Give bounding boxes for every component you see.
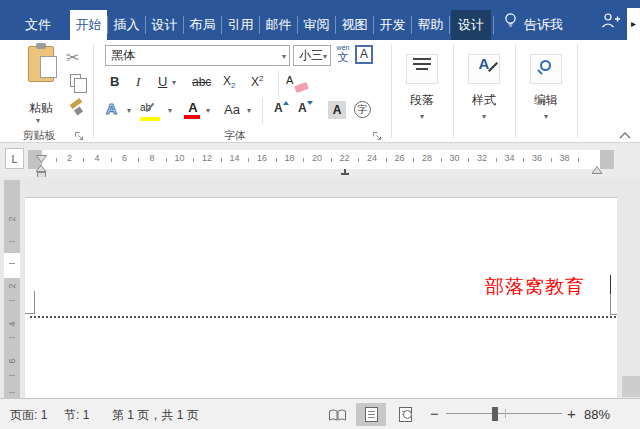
expand-arrow-button[interactable]: ▸ [627, 8, 640, 40]
font-name-combobox[interactable]: 黑体 ▾ [105, 45, 290, 66]
tab-separator [373, 16, 374, 34]
zoom-out-button[interactable]: − [430, 405, 439, 422]
collapse-ribbon-icon[interactable] [618, 126, 634, 140]
underline-button[interactable]: U [158, 74, 167, 89]
tab-file[interactable]: 文件 [10, 10, 66, 40]
ruler-number: 26 [392, 153, 408, 163]
ruler-number: 2 [7, 280, 17, 292]
status-section[interactable]: 节: 1 [64, 407, 89, 424]
horizontal-ruler[interactable]: 2468101214161820222426283032343638 [28, 150, 614, 169]
tab-help[interactable]: 帮助 [412, 10, 449, 40]
ruler-tick [358, 158, 359, 162]
ruler-tick [9, 300, 15, 301]
paragraph-dropdown[interactable]: ▾ [392, 112, 452, 121]
highlight-color-icon[interactable]: ab [140, 102, 164, 122]
copy-icon[interactable] [70, 74, 81, 87]
tab-review[interactable]: 审阅 [298, 10, 335, 40]
ruler-number: 4 [7, 318, 17, 330]
header-text[interactable]: 部落窝教育 [485, 274, 585, 300]
ruler-tick [248, 158, 249, 162]
zoom-slider-track[interactable] [446, 413, 562, 414]
status-page-of[interactable]: 第 1 页，共 1 页 [112, 407, 199, 424]
ruler-tick [468, 158, 469, 162]
tab-insert[interactable]: 插入 [108, 10, 145, 40]
ruler-tick [441, 158, 442, 162]
grow-font-button[interactable]: A [274, 101, 289, 115]
tab-view[interactable]: 视图 [336, 10, 373, 40]
change-case-dropdown[interactable]: ▾ [247, 106, 251, 115]
print-layout-button[interactable] [356, 403, 386, 426]
font-name-value: 黑体 [111, 48, 135, 62]
ruler-number: 22 [337, 153, 353, 163]
person-add-icon[interactable] [600, 12, 620, 33]
ruler-tick [9, 263, 15, 264]
ruler-number: 4 [89, 153, 105, 163]
change-case-button[interactable]: Aa [224, 102, 240, 117]
vertical-ruler[interactable]: 2246 [4, 180, 20, 398]
font-color-dropdown[interactable]: ▾ [206, 106, 210, 115]
shrink-font-button[interactable]: A [298, 101, 313, 115]
ruler-tick [523, 158, 524, 162]
zoom-in-button[interactable]: + [567, 405, 576, 422]
paragraph-group-button[interactable]: 段落 ▾ [392, 40, 452, 140]
clipboard-dialog-launcher[interactable] [74, 128, 86, 140]
chevron-down-icon[interactable]: ▾ [323, 47, 327, 66]
superscript-button[interactable]: X2 [251, 74, 263, 89]
tab-separator [335, 16, 336, 34]
scrollbar[interactable] [622, 376, 640, 397]
tell-me[interactable]: 告诉我 [524, 10, 563, 40]
web-layout-button[interactable] [390, 403, 420, 426]
zoom-percentage[interactable]: 88% [584, 407, 630, 422]
tab-separator [107, 16, 108, 34]
tab-developer[interactable]: 开发 [374, 10, 411, 40]
lightbulb-icon[interactable] [502, 12, 519, 33]
ruler-tick [9, 392, 15, 393]
styles-dropdown[interactable]: ▾ [454, 112, 514, 121]
phonetic-guide-icon[interactable]: wén 文 [334, 44, 352, 63]
clear-formatting-icon[interactable]: A [286, 74, 308, 92]
chevron-down-icon[interactable]: ▾ [282, 47, 286, 66]
ruler-tick [413, 158, 414, 162]
tab-separator [221, 16, 222, 34]
highlight-dropdown[interactable]: ▾ [168, 106, 172, 115]
format-painter-icon[interactable] [68, 100, 84, 116]
ruler-number: 12 [199, 153, 215, 163]
right-indent-marker[interactable] [592, 160, 603, 178]
paste-clipboard-icon-top [36, 43, 46, 49]
italic-button[interactable]: I [136, 74, 140, 90]
font-dialog-launcher[interactable] [372, 128, 384, 140]
tab-design[interactable]: 设计 [146, 10, 183, 40]
center-tab-stop-marker[interactable] [341, 169, 349, 175]
tab-layout[interactable]: 布局 [184, 10, 221, 40]
paste-dropdown[interactable]: ▾ [36, 116, 40, 125]
styles-group-button[interactable]: A 样式 ▾ [454, 40, 514, 140]
read-mode-button[interactable] [322, 403, 352, 426]
print-layout-icon [365, 407, 378, 422]
ruler-tick [111, 158, 112, 162]
tab-stop-selector[interactable]: L [5, 148, 24, 169]
editing-dropdown[interactable]: ▾ [516, 112, 576, 121]
zoom-slider-notch [505, 409, 506, 418]
bold-button[interactable]: B [110, 74, 119, 89]
font-color-icon[interactable]: A [184, 100, 202, 119]
status-page-number[interactable]: 页面: 1 [10, 407, 47, 424]
editing-group-button[interactable]: 编辑 ▾ [516, 40, 576, 140]
ruler-number: 14 [227, 153, 243, 163]
text-effects-dropdown[interactable]: ▾ [127, 106, 131, 115]
enclose-characters-icon[interactable]: 字 [354, 101, 371, 118]
subscript-button[interactable]: X2 [223, 74, 235, 90]
tab-design-contextual[interactable]: 设计 [451, 10, 491, 40]
font-size-combobox[interactable]: 小三 ▾ [293, 45, 331, 66]
tab-mailings[interactable]: 邮件 [260, 10, 297, 40]
strikethrough-button[interactable]: abc [192, 75, 211, 89]
text-effects-icon[interactable]: A [106, 100, 117, 117]
document-page[interactable]: 部落窝教育 [25, 197, 617, 398]
tab-references[interactable]: 引用 [222, 10, 259, 40]
character-border-icon[interactable]: A [355, 45, 373, 64]
character-shading-icon[interactable]: A [328, 101, 346, 119]
underline-dropdown[interactable]: ▾ [172, 78, 176, 87]
status-bar: 页面: 1 节: 1 第 1 页，共 1 页 − + 88% [0, 398, 640, 429]
tab-home[interactable]: 开始 [70, 10, 107, 40]
cut-icon[interactable]: ✂ [66, 48, 79, 67]
zoom-slider-thumb[interactable] [492, 407, 498, 421]
